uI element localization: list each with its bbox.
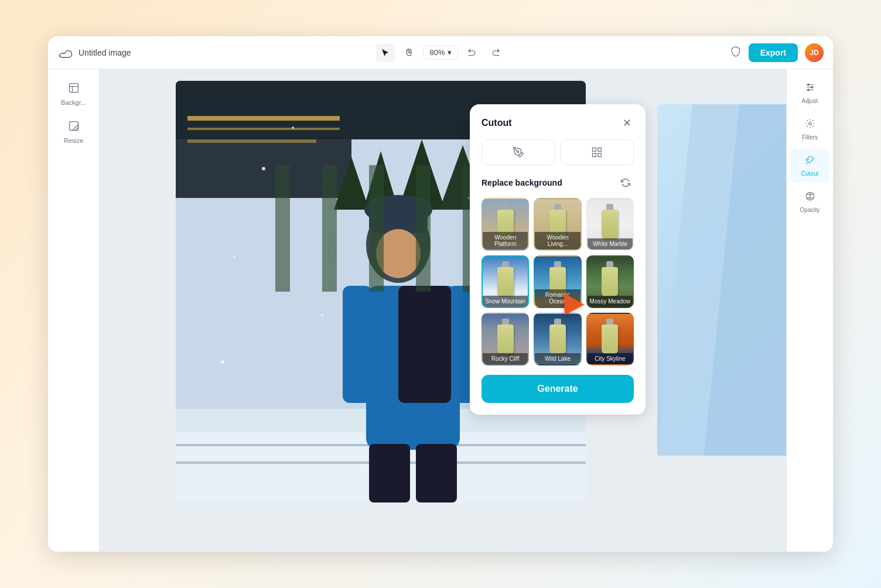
brush-tab-button[interactable]: [482, 139, 555, 165]
app-title: Untitled image: [78, 48, 131, 57]
cutout-panel-title: Cutout: [482, 118, 512, 128]
bg-option-label-wooden-living: Wooden Living...: [535, 232, 580, 249]
filters-icon: [805, 118, 815, 132]
resize-icon: [68, 120, 80, 135]
svg-point-23: [364, 195, 432, 224]
cloud-icon: [57, 45, 74, 61]
redo-button[interactable]: [486, 43, 505, 62]
sidebar-item-background[interactable]: Backgr...: [53, 76, 95, 112]
cutout-tab-row: [482, 139, 634, 165]
background-icon: [68, 82, 80, 97]
bg-option-white-marble[interactable]: White Marble: [586, 198, 634, 251]
adjust-label: Adjust: [802, 98, 818, 104]
svg-point-44: [808, 122, 811, 125]
zoom-control[interactable]: 80% ▾: [423, 45, 457, 60]
svg-marker-11: [334, 157, 369, 210]
cutout-icon: [805, 155, 815, 168]
bg-option-wooden-platform[interactable]: Wooden Platform: [482, 198, 529, 251]
header-logo-section: Untitled image: [57, 45, 369, 61]
avatar: JD: [805, 43, 824, 62]
svg-point-16: [366, 207, 431, 283]
svg-rect-20: [398, 286, 451, 403]
background-label: Backgr...: [61, 99, 86, 106]
bg-option-mossy-meadow[interactable]: Mossy Meadow: [586, 255, 634, 308]
svg-rect-37: [593, 148, 596, 152]
sidebar-item-filters[interactable]: Filters: [790, 112, 830, 146]
bg-option-label-white-marble: White Marble: [588, 238, 633, 249]
svg-point-41: [807, 84, 809, 86]
bg-option-label-rocky-cliff: Rocky Cliff: [483, 353, 528, 364]
main-area: Backgr... Resize: [48, 69, 833, 552]
svg-rect-0: [69, 84, 78, 93]
replace-background-section-header: Replace background: [482, 175, 634, 191]
left-sidebar: Backgr... Resize: [48, 69, 100, 552]
pattern-tab-button[interactable]: [560, 139, 634, 165]
bg-option-label-wild-lake: Wild Lake: [535, 353, 580, 364]
sidebar-item-adjust[interactable]: Adjust: [790, 76, 830, 110]
svg-point-29: [233, 255, 235, 258]
sidebar-item-cutout[interactable]: Cutout: [790, 149, 830, 183]
svg-rect-22: [416, 444, 457, 502]
refresh-button[interactable]: [617, 175, 634, 191]
svg-point-25: [376, 229, 421, 278]
svg-point-33: [221, 360, 224, 364]
bg-option-wild-lake[interactable]: Wild Lake: [534, 313, 581, 365]
resize-label: Resize: [64, 137, 84, 144]
svg-rect-38: [598, 148, 602, 152]
bg-option-label-city-skyline: City Skyline: [588, 353, 633, 364]
zoom-value: 80%: [429, 48, 445, 57]
blue-panel-decoration: [657, 104, 786, 456]
bg-option-rocky-cliff[interactable]: Rocky Cliff: [482, 313, 529, 365]
bg-option-label-snow-mountain: Snow Mountain: [483, 296, 528, 307]
sidebar-item-resize[interactable]: Resize: [53, 114, 95, 150]
cutout-label: Cutout: [801, 170, 818, 177]
background-options-grid: Wooden Platform Wooden Living...: [482, 198, 634, 365]
cursor-tool-button[interactable]: [376, 43, 395, 62]
canvas-area[interactable]: Cutout ✕ Replace background: [100, 69, 786, 552]
bg-option-label-mossy-meadow: Mossy Meadow: [588, 296, 633, 307]
sidebar-item-opacity[interactable]: Opacity: [790, 185, 830, 219]
bg-option-city-skyline[interactable]: City Skyline: [586, 313, 634, 365]
bg-option-label-wooden-platform: Wooden Platform: [483, 232, 528, 249]
export-button[interactable]: Export: [749, 43, 798, 62]
hand-tool-button[interactable]: [399, 43, 418, 62]
svg-point-36: [517, 151, 519, 153]
svg-point-42: [811, 87, 812, 88]
header: Untitled image 80% ▾ Export: [48, 36, 833, 69]
svg-rect-21: [369, 444, 410, 502]
right-sidebar: Adjust Filters Cutout Opacity: [786, 69, 833, 552]
generate-button[interactable]: Generate: [482, 375, 634, 403]
cutout-panel: Cutout ✕ Replace background: [470, 104, 646, 415]
adjust-icon: [805, 82, 815, 95]
svg-rect-24: [369, 198, 428, 233]
bg-option-snow-mountain[interactable]: Snow Mountain: [482, 255, 529, 308]
svg-point-43: [807, 89, 809, 91]
cutout-panel-header: Cutout ✕: [482, 116, 634, 130]
undo-button[interactable]: [463, 43, 482, 62]
svg-rect-7: [187, 139, 316, 143]
bg-option-label-romantic-ocean: Romantic Ocean: [535, 289, 580, 307]
opacity-label: Opacity: [800, 207, 820, 213]
filters-label: Filters: [802, 134, 818, 141]
svg-rect-40: [593, 153, 596, 157]
shield-icon: [730, 45, 742, 60]
svg-rect-6: [187, 128, 340, 130]
header-right: Export JD: [512, 43, 824, 62]
svg-point-26: [262, 167, 265, 170]
svg-rect-18: [343, 286, 372, 403]
replace-background-title: Replace background: [482, 178, 562, 187]
opacity-icon: [805, 191, 815, 204]
header-tools: 80% ▾: [376, 43, 504, 62]
svg-rect-39: [598, 153, 602, 157]
bg-option-wooden-living[interactable]: Wooden Living...: [534, 198, 581, 251]
app-window: Untitled image 80% ▾ Export: [48, 36, 833, 552]
bg-option-romantic-ocean[interactable]: Romantic Ocean: [534, 255, 581, 308]
cutout-close-button[interactable]: ✕: [620, 116, 634, 130]
svg-rect-5: [187, 116, 340, 121]
svg-point-32: [321, 314, 323, 316]
zoom-dropdown-icon: ▾: [448, 48, 452, 57]
svg-point-27: [292, 127, 294, 129]
